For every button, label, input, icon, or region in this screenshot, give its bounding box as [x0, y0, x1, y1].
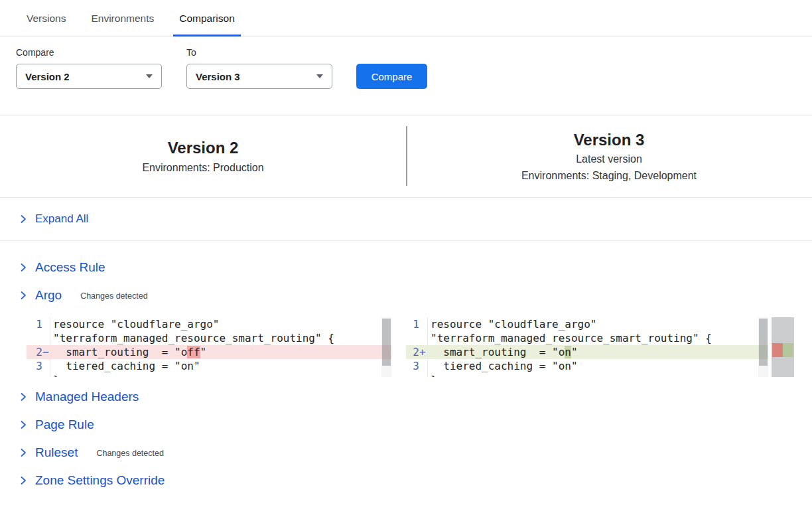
chevron-right-icon	[19, 392, 28, 402]
right-version-title: Version 3	[574, 131, 645, 149]
section-managed-headers[interactable]: Managed Headers	[0, 389, 812, 404]
compare-to-select[interactable]: Version 3	[186, 64, 332, 89]
chevron-right-icon	[19, 214, 28, 224]
section-zone-settings-override[interactable]: Zone Settings Override	[0, 473, 812, 488]
compare-to-value: Version 3	[196, 71, 240, 82]
chevron-down-icon	[316, 74, 323, 78]
tab-environments[interactable]: Environments	[85, 13, 160, 37]
removed-chars: ff	[187, 346, 200, 358]
compare-form: Compare Version 2 To Version 3 Compare	[0, 37, 812, 89]
scrollbar[interactable]	[381, 317, 391, 377]
argo-diff: 1 resource "cloudflare_argo" "terraform_…	[27, 317, 812, 377]
diff-left-panel: 1 resource "cloudflare_argo" "terraform_…	[27, 317, 391, 377]
section-label: Access Rule	[35, 260, 105, 275]
tab-comparison[interactable]: Comparison	[173, 13, 241, 37]
right-version-latest: Latest version	[576, 153, 642, 165]
column-divider	[406, 126, 407, 186]
compare-from-field: Compare Version 2	[16, 47, 162, 89]
code-line-wrap: "terraform_managed_resource_smart_routin…	[27, 331, 391, 345]
version-headers: Version 2 Environments: Production Versi…	[0, 115, 812, 198]
scrollbar-thumb[interactable]	[382, 319, 391, 366]
added-marker	[783, 343, 793, 357]
expand-all-link[interactable]: Expand All	[35, 212, 88, 226]
chevron-right-icon	[19, 291, 28, 300]
section-access-rule[interactable]: Access Rule	[0, 260, 812, 275]
tab-bar: Versions Environments Comparison	[0, 0, 812, 37]
section-label: Ruleset	[35, 445, 78, 460]
overview-ruler	[772, 317, 794, 377]
section-label: Argo	[35, 288, 62, 303]
added-chars: n	[565, 346, 571, 358]
code-line: 3 tiered_caching = "on"	[27, 359, 391, 373]
code-line: 1 resource "cloudflare_argo"	[406, 317, 768, 331]
scrollbar-thumb[interactable]	[759, 319, 768, 366]
left-version-title: Version 2	[168, 139, 239, 157]
code-line: }	[27, 373, 391, 377]
changes-detected-badge: Changes detected	[80, 289, 147, 301]
chevron-right-icon	[19, 263, 28, 272]
scrollbar[interactable]	[758, 317, 768, 377]
compare-from-select[interactable]: Version 2	[16, 64, 162, 89]
chevron-right-icon	[19, 448, 28, 457]
code-line-added: 2+ smart_routing = "on"	[406, 345, 768, 359]
tab-versions[interactable]: Versions	[21, 13, 72, 37]
code-line: }	[406, 373, 768, 377]
chevron-right-icon	[19, 476, 28, 485]
section-argo[interactable]: Argo Changes detected	[0, 287, 812, 303]
removed-marker	[772, 343, 783, 357]
chevron-right-icon	[19, 420, 28, 429]
to-label: To	[186, 47, 332, 58]
section-label: Zone Settings Override	[35, 473, 165, 488]
chevron-down-icon	[146, 74, 153, 78]
compare-label: Compare	[16, 47, 162, 58]
section-ruleset[interactable]: Ruleset Changes detected	[0, 445, 812, 460]
version-right-column: Version 3 Latest version Environments: S…	[406, 115, 812, 197]
code-line-removed: 2− smart_routing = "off"	[27, 345, 391, 359]
diff-right-panel: 1 resource "cloudflare_argo" "terraform_…	[406, 317, 768, 377]
compare-from-value: Version 2	[25, 71, 70, 82]
section-label: Managed Headers	[35, 390, 139, 404]
code-line: 1 resource "cloudflare_argo"	[27, 317, 391, 331]
version-left-column: Version 2 Environments: Production	[0, 115, 406, 197]
left-version-environments: Environments: Production	[142, 162, 263, 174]
expand-all-row[interactable]: Expand All	[0, 198, 812, 241]
compare-button[interactable]: Compare	[356, 64, 427, 89]
right-version-environments: Environments: Staging, Development	[521, 170, 697, 182]
compare-to-field: To Version 3	[186, 47, 332, 89]
changes-detected-badge: Changes detected	[96, 447, 163, 458]
section-label: Page Rule	[35, 417, 94, 432]
code-line: 3 tiered_caching = "on"	[406, 359, 768, 373]
code-line-wrap: "terraform_managed_resource_smart_routin…	[406, 331, 768, 345]
section-page-rule[interactable]: Page Rule	[0, 417, 812, 432]
